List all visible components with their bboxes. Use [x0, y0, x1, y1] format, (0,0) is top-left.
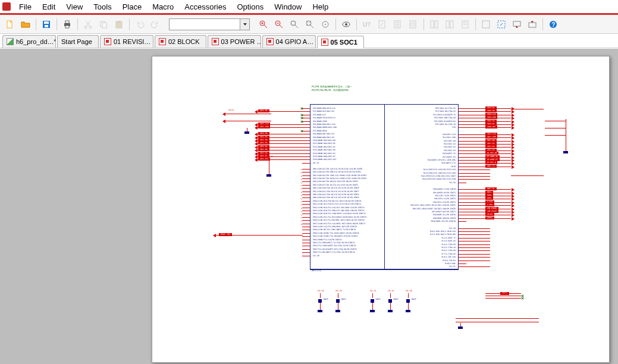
net-label[interactable]: WL-REG-ON — [485, 152, 498, 155]
menu-view[interactable]: View — [61, 1, 87, 12]
net-label[interactable]: HCEC — [485, 197, 493, 200]
net-label[interactable]: SDC1-D0 — [485, 139, 497, 142]
new-file-icon[interactable] — [4, 18, 17, 31]
net-label[interactable]: SDC2-D6 — [258, 148, 269, 151]
tab-02-block[interactable]: 02 BLOCK — [155, 35, 206, 48]
net-label[interactable]: SDC2-D1 — [258, 145, 269, 148]
open-folder-icon[interactable] — [19, 18, 32, 31]
select-area-icon[interactable] — [495, 18, 508, 31]
net-label[interactable]: SDC2-D5 — [258, 142, 269, 145]
visibility-icon[interactable] — [340, 18, 353, 31]
net-label[interactable]: UART-RX — [485, 187, 497, 190]
offpage-connector[interactable] — [512, 165, 515, 169]
net-label[interactable]: BT-RST-N — [485, 161, 497, 164]
net-label[interactable]: SDC2-D2 — [258, 152, 269, 155]
save-icon[interactable] — [40, 18, 53, 31]
net-label[interactable]: SDC1-D3 — [485, 149, 497, 152]
net-label[interactable]: SDC1-CLK — [485, 133, 497, 136]
help-icon[interactable]: ? — [547, 18, 560, 31]
undo-icon[interactable] — [133, 18, 146, 31]
schematic-canvas[interactable]: PC/PD 本页面NAND与卡互斥，二选一 PE/PF/PG/PH/PL 均为通… — [0, 49, 618, 364]
net-label[interactable]: CARD-DET — [485, 125, 497, 128]
tab-04-gpio[interactable]: 04 GPIO A… — [262, 35, 316, 48]
redo-icon[interactable] — [149, 18, 162, 31]
net-label[interactable]: IR-RX — [485, 213, 494, 216]
net-label[interactable]: SDC2-CMD — [258, 125, 270, 128]
offpage-connector[interactable] — [222, 120, 225, 123]
net-label[interactable]: SDC1-D2 — [485, 145, 497, 148]
combo-dropdown-icon[interactable] — [240, 18, 250, 30]
tab-01-revision[interactable]: 01 REVISI… — [100, 35, 153, 48]
part-combo-input[interactable] — [169, 18, 240, 30]
capacitor[interactable] — [371, 297, 374, 303]
descend-icon[interactable] — [510, 18, 523, 31]
zoom-selection-icon[interactable] — [319, 18, 332, 31]
capacitor[interactable] — [388, 297, 392, 303]
zoom-out-icon[interactable] — [272, 18, 286, 31]
net-label[interactable]: SDC0-D2 — [485, 123, 497, 125]
back-annotate-icon[interactable] — [376, 18, 389, 31]
net-label[interactable]: DEBUG — [485, 216, 494, 219]
net-label[interactable]: SDC0-D3 — [485, 120, 497, 123]
cut-icon[interactable] — [81, 18, 95, 31]
net-label[interactable]: BT-WAKE-AP — [485, 155, 500, 158]
capacitor[interactable] — [406, 297, 410, 303]
net-label[interactable]: SDC2-DS — [258, 109, 269, 112]
net-label[interactable]: HSDA — [485, 194, 493, 197]
net-label[interactable]: LED-STATE — [485, 210, 498, 213]
prev-part-icon[interactable] — [428, 18, 441, 31]
offpage-connector[interactable] — [255, 158, 258, 162]
net-label[interactable]: SDC1-D1 — [485, 142, 497, 145]
net-label[interactable]: SDC0-D1 — [485, 106, 497, 109]
net-label[interactable]: SDC2-CLK — [258, 123, 270, 125]
annotate-icon[interactable]: U? — [360, 18, 374, 31]
print-icon[interactable] — [61, 18, 74, 31]
capacitor[interactable] — [336, 297, 340, 303]
offpage-connector[interactable] — [512, 217, 515, 221]
capacitor[interactable] — [318, 297, 322, 303]
net-label[interactable]: UART-TX — [485, 165, 497, 168]
net-label[interactable]: LED-POWER — [485, 207, 498, 210]
menu-help[interactable]: Help — [308, 1, 333, 12]
net-label[interactable]: SDC2-D3 — [258, 132, 269, 135]
snap-grid-icon[interactable] — [479, 18, 492, 31]
copy-icon[interactable] — [97, 18, 110, 31]
offpage-connector[interactable] — [213, 234, 216, 237]
menu-window[interactable]: Window — [269, 1, 306, 12]
net-label[interactable]: SDC0-CMD — [485, 116, 497, 119]
part-combo[interactable] — [169, 18, 250, 30]
menu-accessories[interactable]: Accessories — [180, 1, 231, 12]
menu-macro[interactable]: Macro — [148, 1, 178, 12]
ascend-icon[interactable] — [526, 18, 539, 31]
net-label[interactable]: SDC1-CMD — [485, 136, 497, 139]
drc-icon[interactable] — [391, 18, 404, 31]
menu-options[interactable]: Options — [232, 1, 268, 12]
menu-file[interactable]: File — [14, 1, 36, 12]
zoom-fit-icon[interactable] — [303, 18, 316, 31]
tab-05-soc1[interactable]: 05 SOC1 — [317, 36, 364, 48]
net-label[interactable]: HSCL — [485, 191, 493, 194]
offpage-connector[interactable] — [222, 112, 225, 116]
paste-icon[interactable] — [112, 18, 126, 31]
next-part-icon[interactable] — [443, 18, 456, 31]
schematic-sheet[interactable]: PC/PD 本页面NAND与卡互斥，二选一 PE/PF/PG/PH/PL 均为通… — [152, 56, 610, 363]
net-label[interactable]: SDC0-CLK — [485, 113, 497, 116]
net-label[interactable]: AP-WAKE-BT — [485, 158, 500, 161]
tab-03-power[interactable]: 03 POWER … — [208, 35, 261, 48]
net-label[interactable]: S-SDA — [485, 203, 494, 206]
bus-label[interactable]: PD[0..26] — [219, 233, 232, 236]
offpage-connector[interactable] — [512, 126, 515, 130]
net-label[interactable]: SDC2-D0 — [258, 139, 269, 142]
netlist-icon[interactable] — [407, 18, 420, 31]
zoom-area-icon[interactable] — [288, 18, 301, 31]
offpage-connector[interactable] — [255, 126, 258, 130]
menu-edit[interactable]: Edit — [37, 1, 60, 12]
menu-tools[interactable]: Tools — [89, 1, 116, 12]
net-label[interactable]: S-SCK — [485, 200, 494, 203]
zoom-in-icon[interactable] — [257, 18, 270, 31]
menu-place[interactable]: Place — [118, 1, 147, 12]
net-label[interactable]: SDC2-D4 — [258, 136, 269, 139]
tab-project[interactable]: h6_pro_dd…* — [2, 35, 56, 48]
net-label[interactable]: SDC0-D0 — [485, 109, 497, 112]
tab-start-page[interactable]: Start Page — [57, 35, 99, 48]
